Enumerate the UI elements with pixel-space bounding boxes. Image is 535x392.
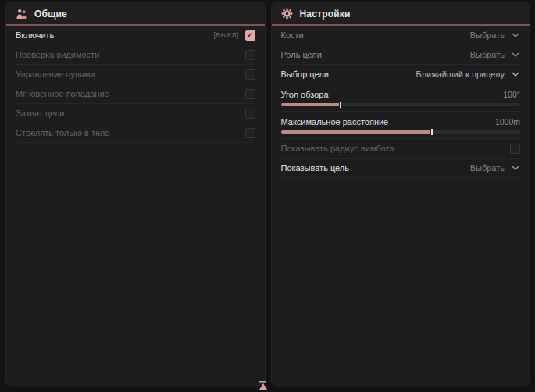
select-value: Выбрать xyxy=(470,50,505,59)
toggle-row-enable[interactable]: Включить [ВЫКЛ] xyxy=(16,26,255,45)
toggle-label: Включить xyxy=(16,30,54,40)
chevron-down-icon[interactable] xyxy=(511,30,520,40)
select-value: Ближайший к прицелу xyxy=(416,69,505,79)
select-row-target-choice[interactable]: Выбор цели Ближайший к прицелу xyxy=(281,65,521,84)
select-value: Выбрать xyxy=(470,163,505,173)
slider-fill xyxy=(281,130,432,134)
panel-settings: Настройки Кости Выбрать Роль цели Выбрат… xyxy=(271,2,531,386)
slider-handle[interactable] xyxy=(339,101,342,109)
select-label: Кости xyxy=(281,30,304,40)
slider-handle[interactable] xyxy=(430,128,433,136)
select-row-show-target[interactable]: Показывать цель Выбрать xyxy=(281,159,521,178)
chevron-down-icon[interactable] xyxy=(511,163,520,173)
toggle-row-visibility-check[interactable]: Проверка видимости xyxy=(16,45,255,65)
select-row-target-role[interactable]: Роль цели Выбрать xyxy=(281,45,521,65)
slider-row-fov: Угол обзора 100° xyxy=(281,84,521,112)
visibility-check-checkbox[interactable] xyxy=(245,50,255,60)
toggle-label: Захват цели xyxy=(16,109,64,118)
cursor-arrow-icon xyxy=(257,380,269,390)
toggle-row-instant-hit[interactable]: Мгновенное попадание xyxy=(16,84,255,104)
panel-settings-header: Настройки xyxy=(272,3,530,26)
gear-icon xyxy=(281,8,293,20)
toggle-row-show-aimbot-radius[interactable]: Показывать радиус аимбота xyxy=(281,139,521,159)
chevron-down-icon[interactable] xyxy=(511,69,520,79)
bullet-control-checkbox[interactable] xyxy=(245,69,255,80)
enable-checkbox[interactable] xyxy=(245,30,255,41)
select-label: Роль цели xyxy=(281,50,322,59)
toggle-label: Стрелять только в тело xyxy=(16,128,109,137)
toggle-row-target-lock[interactable]: Захват цели xyxy=(16,104,255,123)
select-label: Показывать цель xyxy=(281,163,350,173)
slider-row-max-distance: Максимальное расстояние 1000m xyxy=(281,112,521,139)
slider-label: Угол обзора xyxy=(281,90,329,99)
fov-slider[interactable] xyxy=(281,103,521,106)
panel-general-title: Общие xyxy=(34,9,67,20)
toggle-row-bullet-control[interactable]: Управление пулями xyxy=(16,65,255,84)
target-lock-checkbox[interactable] xyxy=(245,109,255,119)
instant-hit-checkbox[interactable] xyxy=(245,89,255,99)
slider-label: Максимальное расстояние xyxy=(281,117,389,127)
panel-settings-title: Настройки xyxy=(300,9,351,20)
users-icon xyxy=(16,8,27,20)
slider-value: 1000m xyxy=(495,117,520,127)
slider-fill xyxy=(281,103,341,106)
slider-value: 100° xyxy=(503,90,520,99)
toggle-label: Показывать радиус аимбота xyxy=(281,144,394,153)
toggle-row-body-only[interactable]: Стрелять только в тело xyxy=(16,123,255,143)
hotkey-tag: [ВЫКЛ] xyxy=(214,31,239,39)
select-value: Выбрать xyxy=(470,30,505,40)
panel-general-header: Общие xyxy=(6,3,265,26)
select-label: Выбор цели xyxy=(281,69,329,79)
body-only-checkbox[interactable] xyxy=(245,128,255,138)
chevron-down-icon[interactable] xyxy=(511,50,520,59)
toggle-label: Мгновенное попадание xyxy=(16,89,109,98)
show-aimbot-radius-checkbox[interactable] xyxy=(510,144,520,154)
max-distance-slider[interactable] xyxy=(281,130,521,134)
toggle-label: Управление пулями xyxy=(16,69,95,79)
menu-panels: Общие Включить [ВЫКЛ] Проверка видимости… xyxy=(0,0,535,386)
select-row-bones[interactable]: Кости Выбрать xyxy=(281,26,521,45)
panel-general: Общие Включить [ВЫКЛ] Проверка видимости… xyxy=(5,2,266,386)
toggle-label: Проверка видимости xyxy=(16,50,99,59)
